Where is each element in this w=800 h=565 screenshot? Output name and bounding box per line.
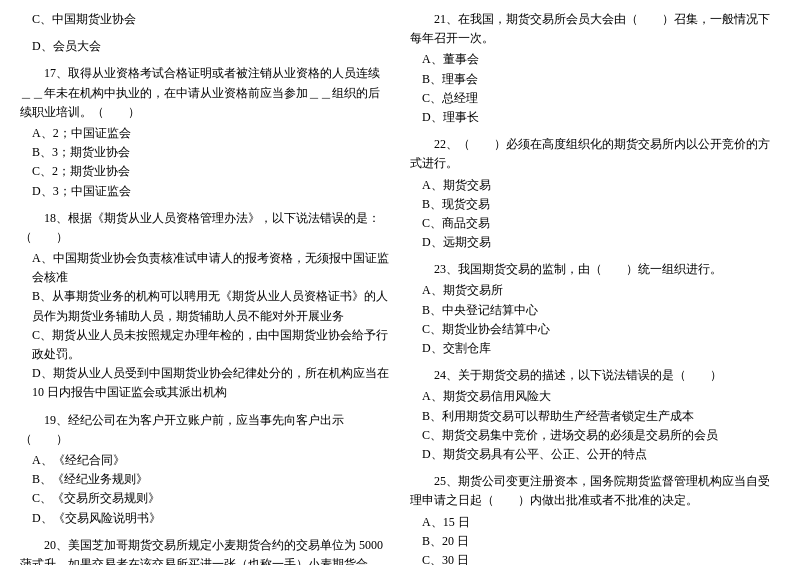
q24-option-a: A、期货交易信用风险大 [410,387,780,406]
question-22: 22、（ ）必须在高度组织化的期货交易所内以公开竞价的方式进行。 A、期货交易 … [410,135,780,252]
q23-option-b: B、中央登记结算中心 [410,301,780,320]
page-container: C、中国期货业协会 D、会员大会 17、取得从业资格考试合格证明或者被注销从业资… [20,10,780,565]
right-column: 21、在我国，期货交易所会员大会由（ ）召集，一般情况下每年召开一次。 A、董事… [410,10,780,565]
q22-option-c: C、商品交易 [410,214,780,233]
question-17-text: 17、取得从业资格考试合格证明或者被注销从业资格的人员连续＿＿年未在机构中执业的… [20,64,390,122]
q22-option-b: B、现货交易 [410,195,780,214]
q18-option-d: D、期货从业人员受到中国期货业协会纪律处分的，所在机构应当在 10 日内报告中国… [20,364,390,402]
left-column: C、中国期货业协会 D、会员大会 17、取得从业资格考试合格证明或者被注销从业资… [20,10,390,565]
question-19: 19、经纪公司在为客户开立账户前，应当事先向客户出示（ ） A、《经纪合同》 B… [20,411,390,528]
q21-option-b: B、理事会 [410,70,780,89]
q23-option-d: D、交割仓库 [410,339,780,358]
q25-option-b: B、20 日 [410,532,780,551]
q18-option-c: C、期货从业人员未按照规定办理年检的，由中国期货业协会给予行政处罚。 [20,326,390,364]
q22-option-a: A、期货交易 [410,176,780,195]
question-18: 18、根据《期货从业人员资格管理办法》，以下说法错误的是：（ ） A、中国期货业… [20,209,390,403]
q25-option-a: A、15 日 [410,513,780,532]
question-17: 17、取得从业资格考试合格证明或者被注销从业资格的人员连续＿＿年未在机构中执业的… [20,64,390,200]
question-18-text: 18、根据《期货从业人员资格管理办法》，以下说法错误的是：（ ） [20,209,390,247]
q17-option-c: C、2；期货业协会 [20,162,390,181]
option-c: C、中国期货业协会 [20,10,390,29]
q21-option-d: D、理事长 [410,108,780,127]
question-19-text: 19、经纪公司在为客户开立账户前，应当事先向客户出示（ ） [20,411,390,449]
q21-option-a: A、董事会 [410,50,780,69]
question-block-d: D、会员大会 [20,37,390,56]
q24-option-d: D、期货交易具有公平、公正、公开的特点 [410,445,780,464]
q24-option-b: B、利用期货交易可以帮助生产经营者锁定生产成本 [410,407,780,426]
question-21: 21、在我国，期货交易所会员大会由（ ）召集，一般情况下每年召开一次。 A、董事… [410,10,780,127]
question-25-text: 25、期货公司变更注册资本，国务院期货监督管理机构应当自受理申请之日起（ ）内做… [410,472,780,510]
question-25: 25、期货公司变更注册资本，国务院期货监督管理机构应当自受理申请之日起（ ）内做… [410,472,780,565]
q19-option-d: D、《交易风险说明书》 [20,509,390,528]
question-20-text: 20、美国芝加哥期货交易所规定小麦期货合约的交易单位为 5000 蒲式升，如果交… [20,536,390,565]
question-24: 24、关于期货交易的描述，以下说法错误的是（ ） A、期货交易信用风险大 B、利… [410,366,780,464]
q21-option-c: C、总经理 [410,89,780,108]
q18-option-a: A、中国期货业协会负责核准试申请人的报考资格，无须报中国证监会核准 [20,249,390,287]
question-23: 23、我国期货交易的监制，由（ ）统一组织进行。 A、期货交易所 B、中央登记结… [410,260,780,358]
q25-option-c: C、30 日 [410,551,780,565]
q19-option-b: B、《经纪业务规则》 [20,470,390,489]
question-21-text: 21、在我国，期货交易所会员大会由（ ）召集，一般情况下每年召开一次。 [410,10,780,48]
question-block-c: C、中国期货业协会 [20,10,390,29]
q24-option-c: C、期货交易集中竞价，进场交易的必须是交易所的会员 [410,426,780,445]
q17-option-d: D、3；中国证监会 [20,182,390,201]
q23-option-c: C、期货业协会结算中心 [410,320,780,339]
question-24-text: 24、关于期货交易的描述，以下说法错误的是（ ） [410,366,780,385]
question-23-text: 23、我国期货交易的监制，由（ ）统一组织进行。 [410,260,780,279]
q23-option-a: A、期货交易所 [410,281,780,300]
question-22-text: 22、（ ）必须在高度组织化的期货交易所内以公开竞价的方式进行。 [410,135,780,173]
q18-option-b: B、从事期货业务的机构可以聘用无《期货从业人员资格证书》的人员作为期货业务辅助人… [20,287,390,325]
q19-option-a: A、《经纪合同》 [20,451,390,470]
columns-layout: C、中国期货业协会 D、会员大会 17、取得从业资格考试合格证明或者被注销从业资… [20,10,780,565]
question-20: 20、美国芝加哥期货交易所规定小麦期货合约的交易单位为 5000 蒲式升，如果交… [20,536,390,565]
q19-option-c: C、《交易所交易规则》 [20,489,390,508]
option-d: D、会员大会 [20,37,390,56]
q22-option-d: D、远期交易 [410,233,780,252]
q17-option-b: B、3；期货业协会 [20,143,390,162]
q17-option-a: A、2；中国证监会 [20,124,390,143]
